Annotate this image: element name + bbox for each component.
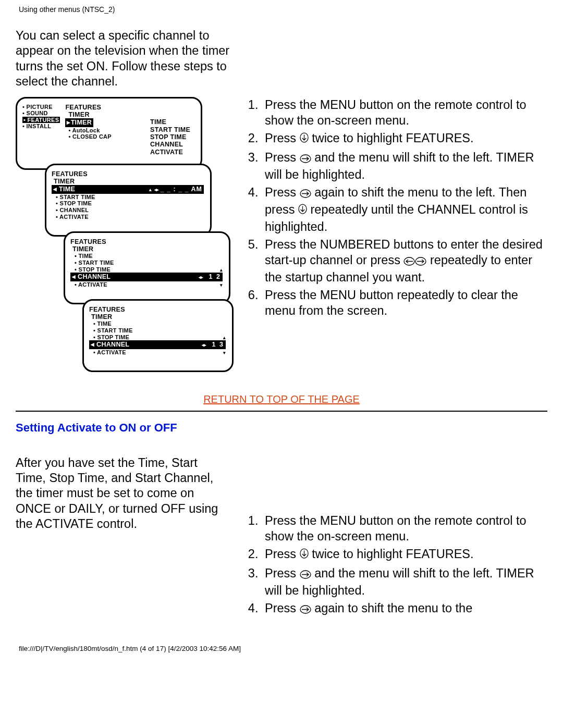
down-oval-icon: [298, 203, 307, 219]
step-item: Press and the menu will shift to the lef…: [262, 150, 547, 182]
s4-title: FEATURES: [89, 306, 226, 313]
step-item: Press twice to highlight FEATURES.: [262, 130, 547, 147]
divider: [16, 411, 547, 412]
step-item: Press again to shift the menu to the: [262, 600, 547, 618]
leftright-icon: [199, 273, 203, 280]
s1-title: FEATURES: [65, 104, 190, 111]
s1-r-stop: STOP TIME: [150, 133, 190, 141]
page-header: Using other menus (NTSC_2): [19, 5, 547, 14]
step-item: Press the NUMBERED buttons to enter the …: [262, 237, 547, 285]
right-oval-icon: [300, 151, 311, 167]
step-item: Press again to shift the menu to the lef…: [262, 184, 547, 235]
step-item: Press the MENU button on the remote cont…: [262, 97, 547, 128]
s4-hl-channel: ◂ CHANNEL 1 3: [89, 340, 226, 349]
up-icon: [220, 266, 223, 273]
s3-stop: • STOP TIME: [75, 266, 111, 273]
right-oval-icon: [415, 254, 426, 269]
s2-start: • START TIME: [52, 194, 204, 201]
s4-stop: • STOP TIME: [93, 334, 129, 341]
down-icon: [220, 281, 223, 288]
s2-title: FEATURES: [52, 170, 204, 178]
s3-hl-channel: ◂ CHANNEL 1 2: [70, 273, 223, 281]
s2-channel: • CHANNEL: [52, 207, 204, 214]
osd-screen-4: FEATURES TIMER • TIME • START TIME • STO…: [82, 299, 234, 372]
osd-screen-2: FEATURES TIMER ◂ TIME _ _ : _ _ AM • STA…: [45, 164, 212, 237]
left-oval-icon: [403, 254, 415, 269]
page-footer: file:///D|/TV/english/180mt/osd/n_f.htm …: [19, 645, 547, 652]
s1-autolock: • AutoLock: [65, 127, 112, 134]
side-picture: • PICTURE: [22, 104, 60, 110]
s1-sub: TIMER: [65, 111, 190, 118]
s2-sub: TIMER: [52, 178, 204, 185]
side-install: • INSTALL: [22, 123, 60, 130]
s1-r-time: TIME: [150, 118, 190, 126]
step-item: Press twice to highlight FEATURES.: [262, 546, 547, 563]
right-oval-icon: [300, 186, 311, 202]
s2-activate: • ACTIVATE: [52, 214, 204, 220]
side-sound: • SOUND: [22, 110, 60, 117]
osd-diagram: • PICTURE • SOUND • FEATURES • INSTALL F…: [16, 97, 229, 376]
s1-r-activate: ACTIVATE: [150, 149, 190, 156]
leftright-icon: [202, 341, 206, 348]
step-item: Press the MENU button repeatedly to clea…: [262, 287, 547, 318]
up-icon: [149, 186, 152, 193]
s1-hl-timer: ▸TIMER: [65, 118, 93, 127]
down-oval-icon: [300, 132, 309, 147]
osd-screen-3: FEATURES TIMER • TIME • START TIME • STO…: [64, 231, 230, 304]
down-icon: [223, 349, 226, 356]
side-features: • FEATURES: [22, 117, 60, 124]
s2-hl-time: ◂ TIME _ _ : _ _ AM: [52, 185, 204, 193]
right-oval-icon: [300, 602, 311, 618]
s3-start: • START TIME: [70, 260, 223, 266]
s4-sub: TIMER: [89, 313, 226, 320]
section1-intro: You can select a specific channel to app…: [16, 28, 245, 90]
s1-r-start: START TIME: [150, 126, 190, 133]
s1-r-channel: CHANNEL: [150, 141, 190, 148]
up-icon: [223, 334, 226, 341]
leftright-icon: [154, 186, 158, 193]
s2-stop: • STOP TIME: [52, 200, 204, 207]
s4-time: • TIME: [89, 320, 226, 327]
s4-start: • START TIME: [89, 327, 226, 334]
section2-heading: Setting Activate to ON or OFF: [16, 421, 547, 435]
section2-intro: After you have set the Time, Start Time,…: [16, 455, 229, 532]
s1-closedcap: • CLOSED CAP: [65, 133, 112, 140]
s3-time: • TIME: [70, 253, 223, 260]
section1-steps: Press the MENU button on the remote cont…: [248, 97, 547, 319]
osd-screen-1: • PICTURE • SOUND • FEATURES • INSTALL F…: [16, 97, 202, 170]
s3-title: FEATURES: [70, 238, 223, 245]
step-item: Press the MENU button on the remote cont…: [262, 513, 547, 544]
s3-activate: • ACTIVATE: [75, 281, 107, 288]
right-oval-icon: [300, 567, 311, 583]
return-to-top-link[interactable]: RETURN TO TOP OF THE PAGE: [16, 393, 547, 405]
step-item: Press and the menu will shift to the lef…: [262, 565, 547, 598]
s4-activate: • ACTIVATE: [93, 349, 126, 356]
down-oval-icon: [300, 548, 309, 563]
s3-sub: TIMER: [70, 245, 223, 253]
section2-steps: Press the MENU button on the remote cont…: [248, 513, 547, 618]
